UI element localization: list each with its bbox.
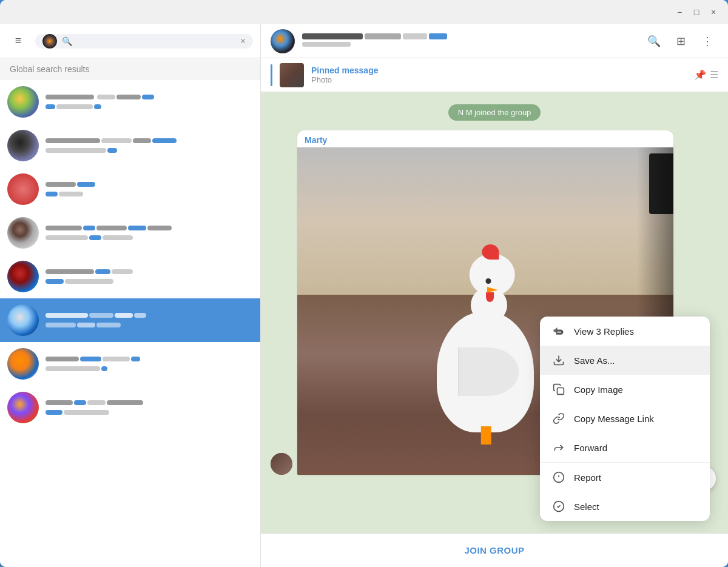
copy-image-icon	[552, 383, 565, 396]
layout-button[interactable]: ⊞	[670, 30, 692, 52]
search-results-list	[0, 80, 260, 567]
search-results-header: Global search results	[0, 58, 260, 80]
view-replies-label: View 3 Replies	[574, 326, 634, 337]
context-menu-copy-link[interactable]: Copy Message Link	[540, 404, 710, 433]
list-item[interactable]	[0, 167, 260, 211]
avatar	[7, 173, 39, 205]
avatar	[7, 261, 39, 292]
chat-header-info	[302, 33, 636, 49]
context-menu: View 3 Replies Save As...	[540, 317, 710, 521]
search-item-content	[45, 399, 253, 416]
pinned-info: Pinned message Photo	[311, 65, 687, 84]
reply-icon	[552, 324, 565, 338]
context-menu-report[interactable]: Report	[540, 463, 710, 492]
system-message-text: N M joined the group	[448, 104, 541, 121]
avatar	[7, 217, 39, 249]
context-menu-forward[interactable]: Forward	[540, 433, 710, 462]
report-icon	[552, 471, 565, 484]
list-item[interactable]	[0, 80, 260, 124]
list-item[interactable]	[0, 211, 260, 255]
copy-link-label: Copy Message Link	[574, 414, 654, 424]
avatar	[7, 392, 39, 423]
main-layout: ≡ × Global search results	[0, 24, 728, 567]
forward-label: Forward	[574, 443, 607, 453]
maximize-button[interactable]: □	[689, 5, 704, 19]
context-menu-view-replies[interactable]: View 3 Replies	[540, 317, 710, 346]
list-item[interactable]	[0, 255, 260, 298]
chat-area[interactable]: N M joined the group Marty	[261, 92, 728, 533]
select-icon	[552, 500, 565, 513]
save-as-label: Save As...	[574, 355, 615, 366]
chat-panel: 🔍 ⊞ ⋮ Pinned message Photo 📌 ☰	[261, 24, 728, 567]
pinned-actions: 📌 ☰	[694, 69, 718, 81]
context-menu-save-as[interactable]: Save As...	[540, 346, 710, 375]
avatar	[7, 348, 39, 380]
left-panel: ≡ × Global search results	[0, 24, 261, 567]
system-message: N M joined the group	[271, 104, 718, 121]
join-group-bar: JOIN GROUP	[261, 533, 728, 567]
pinned-subtitle: Photo	[311, 75, 687, 84]
avatar	[7, 86, 39, 118]
chat-header-avatar	[271, 29, 295, 53]
pin-icon[interactable]: 📌	[694, 69, 706, 81]
app-window: − □ × ≡ ×	[0, 0, 728, 567]
avatar	[7, 130, 39, 161]
pinned-title: Pinned message	[311, 65, 687, 75]
forward-icon	[552, 441, 565, 454]
search-item-content	[45, 312, 253, 329]
chat-header-actions: 🔍 ⊞ ⋮	[643, 30, 718, 52]
search-clear-button[interactable]: ×	[240, 36, 246, 47]
search-item-content	[45, 224, 253, 241]
search-item-content	[45, 268, 253, 285]
report-label: Report	[574, 472, 601, 483]
search-item-content	[45, 181, 253, 198]
join-group-button[interactable]: JOIN GROUP	[464, 545, 524, 555]
search-item-content	[45, 355, 253, 372]
more-options-button[interactable]: ⋮	[696, 30, 718, 52]
list-item[interactable]	[0, 298, 260, 342]
message-sender-name: Marty	[297, 130, 673, 147]
titlebar: − □ ×	[0, 0, 728, 24]
search-input[interactable]	[62, 36, 235, 46]
copy-link-icon	[552, 412, 565, 425]
pinned-indicator	[271, 64, 272, 86]
svg-rect-1	[558, 388, 564, 395]
list-item[interactable]	[0, 386, 260, 429]
search-button[interactable]: 🔍	[643, 30, 665, 52]
context-menu-copy-image[interactable]: Copy Image	[540, 375, 710, 404]
search-item-content	[45, 137, 253, 154]
close-button[interactable]: ×	[706, 5, 721, 19]
save-as-icon	[552, 354, 565, 367]
minimize-button[interactable]: −	[672, 5, 687, 19]
chat-header-name	[302, 33, 636, 39]
chat-header: 🔍 ⊞ ⋮	[261, 24, 728, 58]
search-avatar	[42, 34, 57, 49]
pinned-message-bar[interactable]: Pinned message Photo 📌 ☰	[261, 58, 728, 92]
search-bar: ≡ ×	[0, 24, 260, 58]
copy-image-label: Copy Image	[574, 384, 623, 395]
sender-avatar	[271, 453, 292, 475]
context-menu-select[interactable]: Select	[540, 492, 710, 521]
search-item-content	[45, 93, 253, 110]
pin-list-icon[interactable]: ☰	[710, 69, 718, 81]
search-input-wrap: ×	[35, 34, 253, 49]
select-label: Select	[574, 502, 599, 512]
list-item[interactable]	[0, 124, 260, 167]
avatar	[7, 304, 39, 336]
pinned-thumbnail	[280, 63, 304, 87]
list-item[interactable]	[0, 342, 260, 386]
menu-button[interactable]: ≡	[7, 30, 29, 52]
